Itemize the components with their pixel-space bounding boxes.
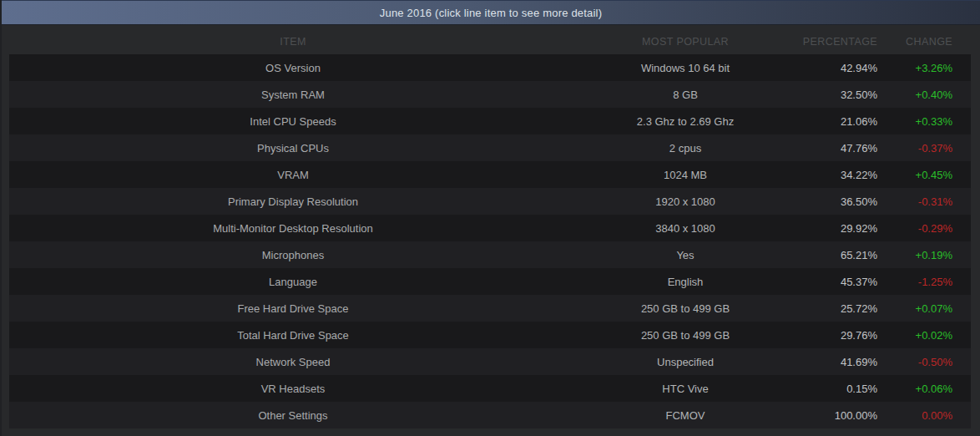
most-popular-cell: FCMOV [577,409,794,422]
change-cell: +0.40% [877,89,952,101]
survey-title-bar: June 2016 (click line item to see more d… [2,0,980,25]
table-row[interactable]: VR Headsets HTC Vive 0.15% +0.06% [9,375,971,402]
item-cell: VR Headsets [9,383,577,395]
percentage-cell: 65.21% [794,249,877,261]
item-cell: VRAM [9,169,577,181]
most-popular-cell: 2.3 Ghz to 2.69 Ghz [577,115,794,128]
most-popular-cell: 1024 MB [577,169,794,181]
percentage-cell: 36.50% [794,195,877,208]
table-row[interactable]: Other Settings FCMOV 100.00% 0.00% [9,402,971,428]
percentage-cell: 34.22% [794,169,877,181]
item-cell: Language [9,276,577,288]
table-row[interactable]: OS Version Windows 10 64 bit 42.94% +3.2… [9,54,971,81]
item-cell: Multi-Monitor Desktop Resolution [9,222,577,235]
most-popular-cell: 1920 x 1080 [577,195,794,208]
item-cell: System RAM [9,89,577,101]
table-header-row: ITEM MOST POPULAR PERCENTAGE CHANGE [9,28,971,54]
change-cell: +0.19% [877,249,952,261]
item-cell: Physical CPUs [9,142,577,155]
change-cell: +0.07% [877,302,952,315]
most-popular-cell: 3840 x 1080 [577,222,794,235]
column-header-percentage: PERCENTAGE [794,36,877,48]
change-cell: +0.06% [877,383,952,395]
change-cell: +3.26% [877,62,952,74]
most-popular-cell: HTC Vive [577,383,794,395]
percentage-cell: 29.76% [794,329,877,342]
percentage-cell: 41.69% [794,356,877,368]
table-row[interactable]: Language English 45.37% -1.25% [9,268,971,295]
percentage-cell: 42.94% [794,62,877,74]
change-cell: +0.02% [877,329,952,342]
change-cell: -1.25% [877,276,952,288]
change-cell: -0.31% [877,195,952,208]
survey-panel: June 2016 (click line item to see more d… [0,0,980,436]
survey-table: ITEM MOST POPULAR PERCENTAGE CHANGE OS V… [9,28,971,428]
column-header-most-popular: MOST POPULAR [577,36,794,48]
table-row[interactable]: Intel CPU Speeds 2.3 Ghz to 2.69 Ghz 21.… [9,108,971,134]
most-popular-cell: Windows 10 64 bit [577,62,794,74]
survey-title: June 2016 (click line item to see more d… [380,7,602,19]
item-cell: OS Version [9,62,577,74]
most-popular-cell: English [577,276,794,288]
item-cell: Intel CPU Speeds [9,115,577,128]
change-cell: 0.00% [877,409,952,422]
change-cell: +0.33% [877,115,952,128]
percentage-cell: 29.92% [794,222,877,235]
item-cell: Free Hard Drive Space [9,302,577,315]
percentage-cell: 100.00% [794,409,877,422]
most-popular-cell: Yes [577,249,794,261]
percentage-cell: 0.15% [794,383,877,395]
item-cell: Network Speed [9,356,577,368]
table-row[interactable]: Multi-Monitor Desktop Resolution 3840 x … [9,215,971,241]
item-cell: Microphones [9,249,577,261]
table-row[interactable]: Total Hard Drive Space 250 GB to 499 GB … [9,322,971,348]
change-cell: -0.29% [877,222,952,235]
most-popular-cell: Unspecified [577,356,794,368]
percentage-cell: 25.72% [794,302,877,315]
most-popular-cell: 250 GB to 499 GB [577,329,794,342]
most-popular-cell: 8 GB [577,89,794,101]
percentage-cell: 47.76% [794,142,877,155]
change-cell: -0.37% [877,142,952,155]
percentage-cell: 32.50% [794,89,877,101]
most-popular-cell: 2 cpus [577,142,794,155]
table-row[interactable]: System RAM 8 GB 32.50% +0.40% [9,81,971,108]
table-row[interactable]: Microphones Yes 65.21% +0.19% [9,241,971,268]
percentage-cell: 45.37% [794,276,877,288]
change-cell: +0.45% [877,169,952,181]
item-cell: Primary Display Resolution [9,195,577,208]
item-cell: Total Hard Drive Space [9,329,577,342]
table-row[interactable]: Physical CPUs 2 cpus 47.76% -0.37% [9,134,971,161]
change-cell: -0.50% [877,356,952,368]
table-row[interactable]: VRAM 1024 MB 34.22% +0.45% [9,161,971,188]
table-rows: OS Version Windows 10 64 bit 42.94% +3.2… [9,54,971,428]
most-popular-cell: 250 GB to 499 GB [577,302,794,315]
item-cell: Other Settings [9,409,577,422]
column-header-change: CHANGE [877,36,952,48]
table-row[interactable]: Primary Display Resolution 1920 x 1080 3… [9,188,971,215]
percentage-cell: 21.06% [794,115,877,128]
column-header-item: ITEM [9,36,577,48]
table-row[interactable]: Free Hard Drive Space 250 GB to 499 GB 2… [9,295,971,322]
table-row[interactable]: Network Speed Unspecified 41.69% -0.50% [9,348,971,375]
